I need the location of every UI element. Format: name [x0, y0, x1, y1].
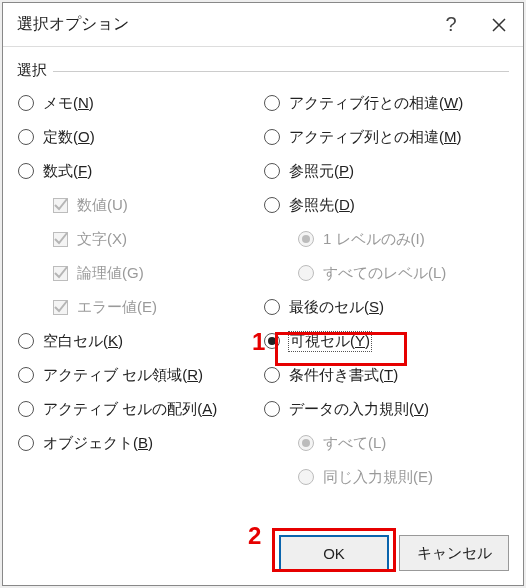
- suboption-text: 文字(X): [17, 222, 263, 256]
- option-label: 定数(O): [43, 128, 95, 147]
- radio-icon: [263, 162, 281, 180]
- radio-icon: [17, 128, 35, 146]
- option-label: 数値(U): [77, 196, 128, 215]
- left-column: メモ(N) 定数(O) 数式(F) 数値(U): [17, 86, 263, 494]
- option-label: 論理値(G): [77, 264, 144, 283]
- option-label: オブジェクト(B): [43, 434, 153, 453]
- option-label: 可視セル(Y): [289, 332, 371, 351]
- radio-icon: [297, 468, 315, 486]
- option-data-validation[interactable]: データの入力規則(V): [263, 392, 509, 426]
- annotation-number-1: 1: [252, 328, 265, 356]
- option-blanks[interactable]: 空白セル(K): [17, 324, 263, 358]
- option-label: データの入力規則(V): [289, 400, 429, 419]
- radio-icon: [17, 332, 35, 350]
- option-conditional-formats[interactable]: 条件付き書式(T): [263, 358, 509, 392]
- suboption-all-levels: すべてのレベル(L): [263, 256, 509, 290]
- radio-icon: [263, 332, 281, 350]
- checkbox-icon: [51, 264, 69, 282]
- radio-icon: [17, 162, 35, 180]
- option-label: アクティブ列との相違(M): [289, 128, 462, 147]
- option-memo[interactable]: メモ(N): [17, 86, 263, 120]
- option-label: 条件付き書式(T): [289, 366, 398, 385]
- option-column-differences[interactable]: アクティブ列との相違(M): [263, 120, 509, 154]
- option-label: エラー値(E): [77, 298, 157, 317]
- cancel-button[interactable]: キャンセル: [399, 535, 509, 571]
- option-precedents[interactable]: 参照元(P): [263, 154, 509, 188]
- radio-icon: [17, 94, 35, 112]
- option-label: 最後のセル(S): [289, 298, 384, 317]
- radio-icon: [297, 230, 315, 248]
- option-row-differences[interactable]: アクティブ行との相違(W): [263, 86, 509, 120]
- radio-icon: [263, 366, 281, 384]
- option-label: 参照元(P): [289, 162, 354, 181]
- suboption-errors: エラー値(E): [17, 290, 263, 324]
- annotation-number-2: 2: [248, 522, 261, 550]
- suboption-logicals: 論理値(G): [17, 256, 263, 290]
- option-label: メモ(N): [43, 94, 94, 113]
- checkbox-icon: [51, 230, 69, 248]
- radio-icon: [263, 128, 281, 146]
- selection-group: 選択 メモ(N) 定数(O) 数式(F): [17, 71, 509, 494]
- option-label: 同じ入力規則(E): [323, 468, 433, 487]
- option-label: アクティブ セルの配列(A): [43, 400, 217, 419]
- titlebar: 選択オプション ?: [3, 3, 523, 47]
- right-column: アクティブ行との相違(W) アクティブ列との相違(M) 参照元(P) 参照先(D…: [263, 86, 509, 494]
- option-label: アクティブ行との相違(W): [289, 94, 463, 113]
- radio-icon: [263, 298, 281, 316]
- checkbox-icon: [51, 196, 69, 214]
- radio-icon: [263, 400, 281, 418]
- option-formulas[interactable]: 数式(F): [17, 154, 263, 188]
- checkbox-icon: [51, 298, 69, 316]
- radio-icon: [263, 94, 281, 112]
- option-label: 数式(F): [43, 162, 92, 181]
- option-last-cell[interactable]: 最後のセル(S): [263, 290, 509, 324]
- dialog-content: 選択 メモ(N) 定数(O) 数式(F): [3, 47, 523, 525]
- option-constants[interactable]: 定数(O): [17, 120, 263, 154]
- option-label: 参照先(D): [289, 196, 355, 215]
- suboption-one-level: 1 レベルのみ(I): [263, 222, 509, 256]
- option-label: 1 レベルのみ(I): [323, 230, 425, 249]
- option-label: 文字(X): [77, 230, 127, 249]
- ok-button[interactable]: OK: [279, 535, 389, 571]
- radio-icon: [17, 400, 35, 418]
- radio-icon: [17, 434, 35, 452]
- radio-icon: [297, 264, 315, 282]
- suboption-validation-all: すべて(L): [263, 426, 509, 460]
- radio-icon: [17, 366, 35, 384]
- option-label: すべてのレベル(L): [323, 264, 446, 283]
- option-label: 空白セル(K): [43, 332, 123, 351]
- option-current-region[interactable]: アクティブ セル領域(R): [17, 358, 263, 392]
- dialog-title: 選択オプション: [17, 14, 427, 35]
- radio-icon: [263, 196, 281, 214]
- select-options-dialog: 選択オプション ? 選択 メモ(N) 定数(O): [2, 2, 524, 586]
- suboption-validation-same: 同じ入力規則(E): [263, 460, 509, 494]
- group-label: 選択: [17, 61, 53, 80]
- option-objects[interactable]: オブジェクト(B): [17, 426, 263, 460]
- help-icon[interactable]: ?: [427, 3, 475, 47]
- option-visible-cells[interactable]: 可視セル(Y): [263, 324, 509, 358]
- option-dependents[interactable]: 参照先(D): [263, 188, 509, 222]
- option-current-array[interactable]: アクティブ セルの配列(A): [17, 392, 263, 426]
- option-label: アクティブ セル領域(R): [43, 366, 203, 385]
- suboption-numbers: 数値(U): [17, 188, 263, 222]
- radio-icon: [297, 434, 315, 452]
- close-icon[interactable]: [475, 3, 523, 47]
- dialog-buttons: OK キャンセル: [3, 525, 523, 585]
- option-label: すべて(L): [323, 434, 386, 453]
